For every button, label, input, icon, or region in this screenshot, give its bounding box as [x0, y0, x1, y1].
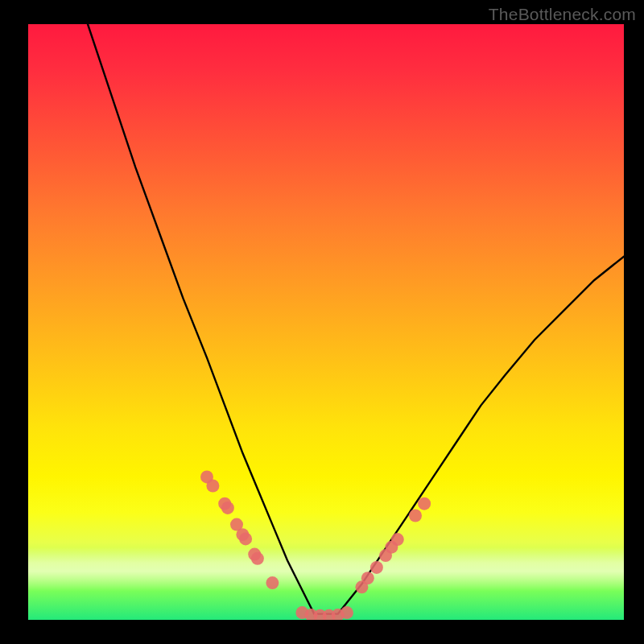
bottleneck-curve: [88, 24, 624, 614]
right-cluster-dot: [355, 580, 368, 593]
chart-svg: [28, 24, 624, 620]
left-cluster-dot: [236, 528, 249, 541]
left-cluster-dot: [218, 497, 231, 510]
valley-points-dot: [323, 609, 336, 620]
valley-points-dot: [295, 606, 308, 619]
left-cluster-dot: [221, 502, 234, 514]
right-cluster-dot: [379, 549, 392, 562]
valley-points-dot: [314, 609, 327, 620]
left-cluster-dot: [239, 532, 252, 545]
left-cluster-dot: [266, 576, 279, 589]
right-cluster-dot: [391, 533, 404, 546]
plot-area: [28, 24, 624, 620]
left-cluster-dot: [248, 548, 261, 561]
left-cluster-dot: [206, 480, 219, 493]
right-cluster-dot: [370, 561, 383, 574]
right-cluster-dot: [385, 541, 398, 554]
right-cluster-dot: [418, 497, 431, 510]
left-cluster-dot: [200, 470, 213, 483]
data-markers: [200, 470, 431, 620]
valley-points-dot: [341, 606, 353, 619]
valley-points-dot: [332, 609, 345, 620]
valley-highlight-band: [28, 547, 624, 591]
left-cluster-dot: [230, 518, 243, 531]
watermark-text: TheBottleneck.com: [489, 5, 636, 24]
left-cluster-dot: [251, 552, 264, 565]
right-cluster-dot: [409, 510, 422, 522]
right-cluster-dot: [361, 572, 374, 584]
valley-points-dot: [305, 609, 318, 620]
chart-frame: TheBottleneck.com: [0, 0, 644, 644]
